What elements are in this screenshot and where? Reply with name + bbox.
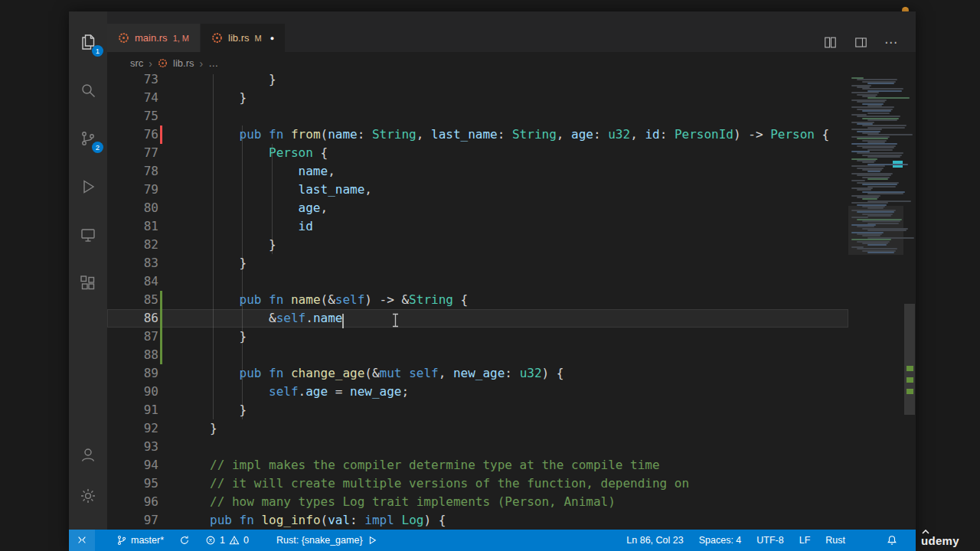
code-line-91[interactable]: 91 } <box>107 401 848 419</box>
editor-actions: ⋯ <box>823 11 916 63</box>
chevron-right-icon: › <box>149 57 152 70</box>
explorer-badge: 1 <box>92 45 103 57</box>
run-and-debug-icon[interactable] <box>70 171 106 202</box>
account-icon[interactable] <box>70 439 106 470</box>
gutter-error-marker <box>160 126 162 144</box>
code-line-95[interactable]: 95// it will create multiple versions of… <box>107 474 848 493</box>
git-branch-status[interactable]: master* <box>109 530 172 551</box>
line-number: 82 <box>107 236 184 254</box>
error-icon <box>205 535 216 546</box>
line-number: 84 <box>107 272 184 291</box>
code-text: // how many types Log trait implements (… <box>184 493 848 511</box>
code-line-94[interactable]: 94// impl makes the compiler determine t… <box>107 456 848 474</box>
code-line-81[interactable]: 81 id <box>107 217 848 236</box>
code-line-73[interactable]: 73 } <box>107 74 848 89</box>
more-actions-icon[interactable]: ⋯ <box>884 39 897 47</box>
eol-status[interactable]: LF <box>792 530 818 551</box>
code-line-88[interactable]: 88 <box>107 346 848 364</box>
toggle-layout-icon[interactable] <box>854 35 868 50</box>
breadcrumb-item-symbol[interactable]: … <box>208 57 218 69</box>
code-line-96[interactable]: 96// how many types Log trait implements… <box>107 493 848 511</box>
tab-label: lib.rs <box>228 32 249 44</box>
code-line-97[interactable]: 97pub fn log_info(val: impl Log) { <box>107 511 848 530</box>
minimap-line <box>867 193 903 194</box>
ruler-added-mark <box>906 389 913 394</box>
code-line-87[interactable]: 87 } <box>107 328 848 346</box>
code-line-85[interactable]: 85 pub fn name(&self) -> &String { <box>107 291 848 309</box>
code-text: } <box>184 328 848 346</box>
tab-decoration: M <box>254 34 261 43</box>
activity-bar: 1 2 <box>69 11 107 530</box>
bell-icon <box>887 535 897 546</box>
language-mode-status[interactable]: Rust <box>818 530 853 551</box>
rust-task-status[interactable]: Rust: {snake_game} <box>269 530 385 551</box>
code-line-84[interactable]: 84 <box>107 272 848 291</box>
remote-indicator[interactable] <box>69 530 95 551</box>
sync-button[interactable] <box>172 530 198 551</box>
code-line-90[interactable]: 90 self.age = new_age; <box>107 383 848 401</box>
code-line-93[interactable]: 93 <box>107 438 848 456</box>
line-number: 94 <box>107 456 184 474</box>
minimap-line <box>867 252 894 253</box>
unsaved-dot-icon[interactable]: ● <box>270 34 274 42</box>
code-line-80[interactable]: 80 age, <box>107 199 848 217</box>
breadcrumb: src › lib.rs › … <box>107 52 916 74</box>
minimap-line <box>851 92 879 93</box>
code-line-83[interactable]: 83 } <box>107 254 848 272</box>
code-line-78[interactable]: 78 name, <box>107 162 848 181</box>
tab-main-rs[interactable]: main.rs 1, M <box>107 24 201 52</box>
source-control-badge: 2 <box>92 142 103 153</box>
problems-status[interactable]: 1 0 <box>198 530 256 551</box>
code-text: id <box>184 217 848 236</box>
code-line-75[interactable]: 75 <box>107 107 848 126</box>
settings-gear-icon[interactable] <box>70 481 106 511</box>
indentation-status[interactable]: Spaces: 4 <box>691 530 750 551</box>
code-area[interactable]: 73 }74 }7576 pub fn from(name: String, l… <box>107 74 848 530</box>
code-text: last_name, <box>184 181 848 199</box>
code-line-86[interactable]: 86 &self.name <box>107 309 848 328</box>
gutter-added-marker <box>160 346 162 364</box>
minimap-line <box>867 83 894 84</box>
code-text: pub fn change_age(&mut self, new_age: u3… <box>184 364 848 383</box>
encoding-status[interactable]: UTF-8 <box>749 530 791 551</box>
notifications-bell[interactable] <box>879 530 905 551</box>
split-editor-icon[interactable] <box>823 35 838 50</box>
line-number: 86 <box>107 309 184 328</box>
line-number: 95 <box>107 474 184 493</box>
extensions-icon[interactable] <box>70 268 106 298</box>
code-line-89[interactable]: 89 pub fn change_age(&mut self, new_age:… <box>107 364 848 383</box>
code-text: pub fn log_info(val: impl Log) { <box>184 511 848 530</box>
code-line-82[interactable]: 82 } <box>107 236 848 254</box>
overview-ruler[interactable] <box>903 74 916 530</box>
gutter-added-marker <box>160 328 162 346</box>
breadcrumb-item-src[interactable]: src <box>130 57 143 69</box>
desktop-background: 1 2 <box>0 0 980 551</box>
code-text: } <box>184 419 848 438</box>
code-text <box>184 346 848 364</box>
search-icon[interactable] <box>70 75 106 106</box>
scrollbar-slider[interactable] <box>904 304 915 415</box>
minimap[interactable] <box>848 74 903 530</box>
breadcrumb-item-file[interactable]: lib.rs <box>173 57 194 69</box>
minimap-line <box>862 184 897 185</box>
rust-file-icon <box>211 32 223 44</box>
code-line-92[interactable]: 92} <box>107 419 848 438</box>
code-line-74[interactable]: 74 } <box>107 89 848 107</box>
explorer-icon[interactable]: 1 <box>70 27 106 57</box>
minimap-line <box>867 119 897 121</box>
minimap-line <box>867 112 890 114</box>
code-text: } <box>184 236 848 254</box>
remote-explorer-icon[interactable] <box>70 220 106 250</box>
code-line-79[interactable]: 79 last_name, <box>107 181 848 199</box>
minimap-line <box>867 178 888 180</box>
code-text: } <box>184 74 848 89</box>
tab-lib-rs[interactable]: lib.rs M ● <box>201 24 285 52</box>
cursor-position-status[interactable]: Ln 86, Col 23 <box>619 530 691 551</box>
source-control-icon[interactable]: 2 <box>70 123 106 154</box>
code-line-76[interactable]: 76 pub fn from(name: String, last_name: … <box>107 126 848 144</box>
minimap-line <box>857 248 897 249</box>
line-number: 92 <box>107 419 184 438</box>
minimap-line <box>851 165 885 167</box>
code-line-77[interactable]: 77 Person { <box>107 144 848 162</box>
minimap-line <box>857 101 885 103</box>
